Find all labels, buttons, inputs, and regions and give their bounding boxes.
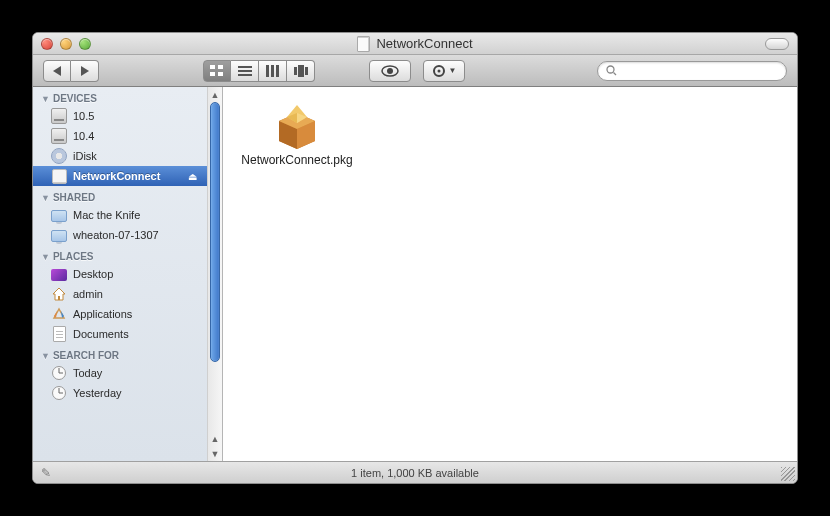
svg-point-17: [607, 66, 614, 73]
section-title: SHARED: [53, 192, 95, 203]
sidebar-item-label: Desktop: [73, 268, 113, 280]
path-button-icon[interactable]: ✎: [41, 466, 51, 480]
quicklook-button[interactable]: [369, 60, 411, 82]
sidebar-item-label: 10.5: [73, 110, 94, 122]
sidebar-item-desktop[interactable]: Desktop: [33, 264, 207, 284]
view-column-button[interactable]: [259, 60, 287, 82]
sidebar-item-today[interactable]: Today: [33, 363, 207, 383]
sidebar-item-idisk[interactable]: iDisk: [33, 146, 207, 166]
sidebar-scrollbar[interactable]: ▲ ▲ ▼: [207, 87, 222, 461]
disclosure-triangle-icon: ▼: [41, 252, 50, 262]
search-input[interactable]: [621, 65, 778, 77]
clock-icon: [51, 365, 67, 381]
forward-button[interactable]: [71, 60, 99, 82]
traffic-lights: [41, 38, 91, 50]
action-button[interactable]: ▼: [423, 60, 465, 82]
status-bar: ✎ 1 item, 1,000 KB available: [33, 461, 797, 483]
disclosure-triangle-icon: ▼: [41, 351, 50, 361]
scroll-thumb[interactable]: [210, 102, 220, 362]
sidebar-item-label: wheaton-07-1307: [73, 229, 159, 241]
svg-rect-3: [218, 72, 223, 76]
svg-rect-1: [218, 65, 223, 69]
coverflow-icon: [294, 65, 308, 77]
svg-rect-12: [305, 67, 308, 75]
eye-icon: [381, 65, 399, 77]
network-mac-icon: [51, 207, 67, 223]
svg-rect-5: [238, 70, 252, 72]
view-list-button[interactable]: [231, 60, 259, 82]
proxy-icon: [357, 36, 370, 52]
sidebar-item-yesterday[interactable]: Yesterday: [33, 383, 207, 403]
svg-point-16: [437, 69, 440, 72]
sidebar: ▼ DEVICES 10.5 10.4 iDisk NetworkC: [33, 87, 223, 461]
section-places[interactable]: ▼ PLACES: [33, 245, 207, 264]
sidebar-item-label: Yesterday: [73, 387, 122, 399]
svg-point-14: [387, 68, 393, 74]
sidebar-item-mac-the-knife[interactable]: Mac the Knife: [33, 205, 207, 225]
sidebar-item-home[interactable]: admin: [33, 284, 207, 304]
sidebar-item-label: Documents: [73, 328, 129, 340]
window-body: ▼ DEVICES 10.5 10.4 iDisk NetworkC: [33, 87, 797, 461]
grid-icon: [210, 65, 224, 77]
sidebar-item-applications[interactable]: Applications: [33, 304, 207, 324]
sidebar-item-label: NetworkConnect: [73, 170, 160, 182]
sidebar-item-label: iDisk: [73, 150, 97, 162]
window-title-text: NetworkConnect: [376, 36, 472, 51]
view-icon-button[interactable]: [203, 60, 231, 82]
section-title: PLACES: [53, 251, 94, 262]
svg-rect-8: [271, 65, 274, 77]
resize-handle[interactable]: [781, 467, 795, 481]
file-name: NetworkConnect.pkg: [241, 153, 352, 167]
minimize-button[interactable]: [60, 38, 72, 50]
scroll-up-icon[interactable]: ▲: [208, 87, 222, 102]
idisk-icon: [51, 148, 67, 164]
view-coverflow-button[interactable]: [287, 60, 315, 82]
svg-rect-7: [266, 65, 269, 77]
close-button[interactable]: [41, 38, 53, 50]
svg-rect-0: [210, 65, 215, 69]
svg-rect-9: [276, 65, 279, 77]
section-title: SEARCH FOR: [53, 350, 119, 361]
svg-rect-6: [238, 74, 252, 76]
clock-icon: [51, 385, 67, 401]
sidebar-item-documents[interactable]: Documents: [33, 324, 207, 344]
zoom-button[interactable]: [79, 38, 91, 50]
column-icon: [266, 65, 280, 77]
view-segment: [203, 60, 315, 82]
scroll-down-icon[interactable]: ▼: [208, 446, 222, 461]
scroll-up-lower-icon[interactable]: ▲: [208, 431, 222, 446]
finder-window: NetworkConnect: [32, 32, 798, 484]
section-devices[interactable]: ▼ DEVICES: [33, 87, 207, 106]
sidebar-list: ▼ DEVICES 10.5 10.4 iDisk NetworkC: [33, 87, 207, 461]
sidebar-item-networkconnect[interactable]: NetworkConnect ⏏: [33, 166, 207, 186]
sidebar-item-hd-104[interactable]: 10.4: [33, 126, 207, 146]
status-text: 1 item, 1,000 KB available: [351, 467, 479, 479]
sidebar-item-label: Today: [73, 367, 102, 379]
section-search-for[interactable]: ▼ SEARCH FOR: [33, 344, 207, 363]
sidebar-item-hd-105[interactable]: 10.5: [33, 106, 207, 126]
hd-icon: [51, 128, 67, 144]
removable-disk-icon: [51, 168, 67, 184]
file-grid: NetworkConnect.pkg: [237, 101, 783, 167]
file-item[interactable]: NetworkConnect.pkg: [237, 101, 357, 167]
section-shared[interactable]: ▼ SHARED: [33, 186, 207, 205]
home-icon: [51, 286, 67, 302]
eject-icon[interactable]: ⏏: [188, 171, 197, 182]
toolbar: ▼: [33, 55, 797, 87]
documents-icon: [51, 326, 67, 342]
svg-rect-10: [294, 67, 297, 75]
back-button[interactable]: [43, 60, 71, 82]
list-icon: [238, 65, 252, 77]
disclosure-triangle-icon: ▼: [41, 94, 50, 104]
search-field[interactable]: [597, 61, 787, 81]
file-browser[interactable]: NetworkConnect.pkg: [223, 87, 797, 461]
toolbar-toggle-button[interactable]: [765, 38, 789, 50]
svg-rect-11: [298, 65, 304, 77]
sidebar-item-wheaton[interactable]: wheaton-07-1307: [33, 225, 207, 245]
svg-line-18: [614, 73, 617, 76]
search-icon: [606, 65, 617, 76]
gear-icon: [432, 64, 446, 78]
svg-rect-4: [238, 66, 252, 68]
svg-rect-19: [58, 296, 60, 300]
desktop-icon: [51, 266, 67, 282]
